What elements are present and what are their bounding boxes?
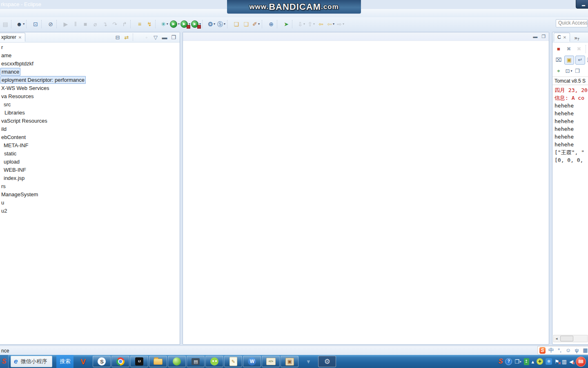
coverage-icon[interactable]: ▶▾ xyxy=(180,19,191,29)
step-over-icon[interactable]: ↷ xyxy=(110,19,120,29)
back-icon[interactable]: ⇦▾ xyxy=(326,19,336,29)
notepad-icon[interactable]: ✎ xyxy=(224,356,242,367)
tree-item[interactable]: static xyxy=(0,150,180,158)
id-card-app-icon[interactable]: ▤ xyxy=(187,356,205,367)
forward-icon[interactable]: ⇨▾ xyxy=(336,19,345,29)
sogou-tray-icon[interactable]: S xyxy=(499,358,503,365)
collapse-all-icon[interactable]: ⊟ xyxy=(114,34,121,41)
flag-tray-icon[interactable]: ⚑ xyxy=(555,359,559,364)
horizontal-scrollbar[interactable]: ◄ xyxy=(553,335,588,342)
web-service-icon[interactable]: Ⓢ▾ xyxy=(216,19,226,29)
tab-project-explorer[interactable]: xplorer ✕ xyxy=(0,33,25,42)
tree-item[interactable]: r xyxy=(0,43,180,52)
chevron-down-icon[interactable]: ▾ xyxy=(343,22,344,26)
hidden-icons-arrow[interactable]: ▴ xyxy=(532,359,535,364)
tree-item[interactable]: u2 xyxy=(0,207,180,215)
chevron-down-icon[interactable]: ▾ xyxy=(303,22,305,26)
minimize-icon[interactable]: ▬ xyxy=(533,34,537,39)
new-wizard-icon[interactable]: ❂▾ xyxy=(207,19,216,29)
ime-punctuation[interactable]: °, xyxy=(556,347,563,354)
download-arrow-icon[interactable]: ▼ xyxy=(299,356,317,367)
scrollbar-thumb[interactable] xyxy=(560,336,573,341)
chevron-down-icon[interactable]: ▾ xyxy=(333,22,334,26)
menu-item[interactable] xyxy=(26,12,33,14)
open-console-icon[interactable]: ❒ xyxy=(575,67,584,75)
chevron-down-icon[interactable]: ▾ xyxy=(214,22,215,26)
package-app-icon[interactable]: ▣ xyxy=(281,356,298,367)
muted-speaker-icon[interactable]: ◀ xyxy=(569,359,573,364)
minimize-icon[interactable]: ▬ xyxy=(161,34,168,41)
tree-item[interactable]: META-INF xyxy=(0,141,180,150)
tree-item[interactable]: src xyxy=(0,101,180,109)
taskbar-partial-app-button[interactable]: S xyxy=(0,355,9,368)
link-editor-icon[interactable]: ⇄ xyxy=(123,34,130,41)
tree-item[interactable]: escxxfbptdzkf xyxy=(0,60,180,68)
menu-item[interactable] xyxy=(7,12,13,14)
last-edit-jump-icon[interactable]: ↯ xyxy=(145,19,154,29)
web-browser-icon[interactable]: ⊕ xyxy=(266,19,276,29)
open-file-icon[interactable]: ❏ xyxy=(232,19,241,29)
remote-console-icon[interactable]: ⊡ xyxy=(31,19,40,29)
user-icon[interactable]: ☻▾ xyxy=(16,19,25,29)
step-into-icon[interactable]: ↴ xyxy=(100,19,110,29)
view-menu-icon[interactable]: ▽ xyxy=(152,34,159,41)
chevron-down-icon[interactable]: ▾ xyxy=(313,22,315,26)
save-icon[interactable]: ▤ xyxy=(0,19,10,29)
settings-gear-icon[interactable]: ⚙ xyxy=(318,356,336,367)
chevron-down-icon[interactable]: ▾ xyxy=(224,22,225,26)
step-return-icon[interactable]: ↱ xyxy=(120,19,129,29)
maximize-icon[interactable]: ❐ xyxy=(170,34,177,41)
search-button[interactable]: 搜索 xyxy=(56,355,74,368)
clear-console-icon[interactable]: ⌧ xyxy=(554,56,563,64)
usb-tray-icon[interactable]: ↥ xyxy=(524,358,529,365)
tree-item[interactable]: va Resources xyxy=(0,92,180,101)
word-wrap-icon[interactable]: ↵ xyxy=(575,56,585,65)
hidden-tabs-chevron[interactable]: » 7 xyxy=(575,35,579,41)
chevron-down-icon[interactable]: ▾ xyxy=(570,69,572,73)
shield-tray-icon[interactable]: ✚ xyxy=(537,358,543,365)
chrome-icon[interactable] xyxy=(111,356,129,367)
tree-item[interactable]: eployment Descriptor: performance xyxy=(0,76,180,84)
resume-icon[interactable]: ▶ xyxy=(61,19,71,29)
menu-item[interactable] xyxy=(33,12,39,14)
tree-item[interactable]: rmance xyxy=(0,68,180,76)
quick-access-box[interactable]: Quick Access xyxy=(556,19,588,27)
tree-item[interactable]: Libraries xyxy=(0,109,180,117)
display-console-icon[interactable]: ⊡▾ xyxy=(564,67,573,75)
menu-item[interactable] xyxy=(20,12,26,14)
close-icon[interactable]: ✕ xyxy=(18,35,22,40)
help-tray-icon[interactable]: ? xyxy=(505,358,512,365)
debug-icon[interactable]: ✳▾ xyxy=(160,19,169,29)
file-explorer-icon[interactable] xyxy=(149,356,167,367)
tree-item[interactable]: X-WS Web Services xyxy=(0,84,180,92)
tree-item[interactable]: ame xyxy=(0,52,180,60)
chevron-down-icon[interactable]: ▾ xyxy=(258,22,260,26)
next-annotation-icon[interactable]: ≡ xyxy=(135,19,145,29)
chevron-down-icon[interactable]: ▾ xyxy=(167,22,168,26)
skip-all-breakpoints-icon[interactable]: ⊘ xyxy=(46,19,56,29)
tree-item[interactable]: vaScript Resources xyxy=(0,117,180,125)
wechat-icon[interactable] xyxy=(205,356,223,367)
ime-mode-chinese[interactable]: 中 xyxy=(548,347,555,354)
tree-item[interactable]: u xyxy=(0,199,180,207)
tab-console[interactable]: C ✕ xyxy=(554,33,570,42)
terminate-icon[interactable]: ■ xyxy=(554,45,563,53)
scroll-left-arrow-icon[interactable]: ◄ xyxy=(554,337,559,341)
window-restore-tray-icon[interactable]: ❐▾ xyxy=(514,359,521,364)
export-icon[interactable]: ⇧▾ xyxy=(306,19,316,29)
suspend-icon[interactable]: ‖ xyxy=(71,19,80,29)
s-ring-app-icon[interactable]: S xyxy=(93,356,111,367)
remove-launch-icon[interactable]: ✖ xyxy=(564,45,573,53)
import-icon[interactable]: ⇩▾ xyxy=(296,19,306,29)
chevron-down-icon[interactable]: ▾ xyxy=(23,22,24,26)
tree-item[interactable]: ebContent xyxy=(0,133,180,141)
sogou-logo[interactable]: S xyxy=(539,347,546,354)
terminate-icon[interactable]: ■ xyxy=(80,19,90,29)
ime-mic-icon[interactable]: ψ xyxy=(573,347,580,354)
profile-icon[interactable]: ▶▾ xyxy=(191,19,201,29)
focus-icon[interactable]: ◦ xyxy=(143,34,150,41)
window-minimize-button[interactable]: ▬ xyxy=(576,0,588,9)
open-folder-icon[interactable]: ❏ xyxy=(241,19,251,29)
maximize-icon[interactable]: ❐ xyxy=(541,34,546,39)
run-icon[interactable]: ▶▾ xyxy=(169,19,180,29)
